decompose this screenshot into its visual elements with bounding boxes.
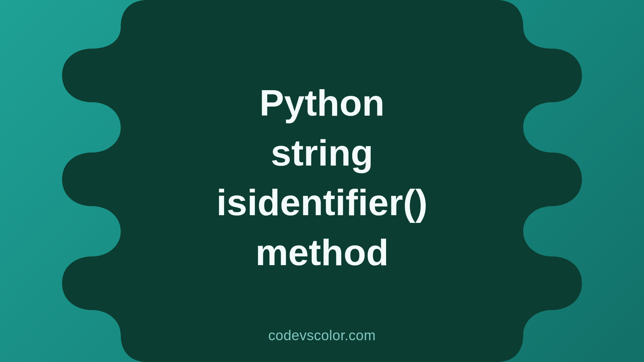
banner-title: Python string isidentifier() method xyxy=(216,78,428,277)
banner-content: Python string isidentifier() method code… xyxy=(0,0,644,362)
site-label: codevscolor.com xyxy=(268,327,376,344)
